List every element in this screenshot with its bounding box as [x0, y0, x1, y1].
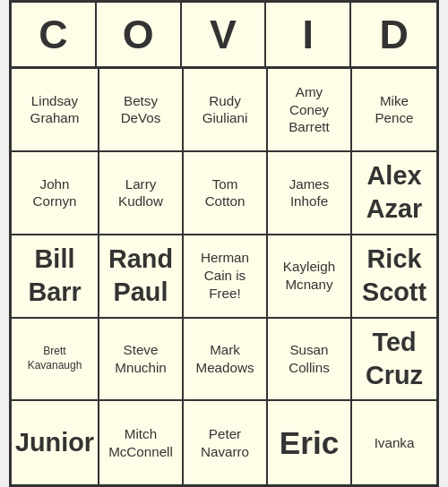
cell-text: Tom Cotton [205, 175, 246, 211]
header-letter: V [182, 3, 267, 66]
bingo-cell[interactable]: Junior [12, 401, 99, 484]
bingo-cell[interactable]: Mitch McConnell [99, 401, 184, 484]
bingo-cell[interactable]: Tom Cotton [184, 152, 268, 235]
cell-text: Mark Meadows [196, 341, 254, 377]
cell-text: Bill Barr [28, 243, 81, 310]
cell-text: Susan Collins [289, 341, 330, 377]
bingo-cell[interactable]: Peter Navarro [184, 401, 268, 484]
cell-text: Herman Cain is Free! [201, 249, 249, 302]
cell-text: Steve Mnuchin [115, 341, 166, 377]
bingo-grid: Lindsay GrahamBetsy DeVosRudy GiulianiAm… [12, 69, 436, 484]
bingo-cell[interactable]: Bill Barr [12, 235, 99, 319]
cell-text: Junior [15, 426, 94, 459]
bingo-cell[interactable]: Mike Pence [352, 69, 436, 152]
cell-text: Lindsay Graham [30, 92, 80, 128]
cell-text: Mike Pence [375, 92, 413, 128]
bingo-cell[interactable]: Herman Cain is Free! [184, 235, 268, 319]
bingo-cell[interactable]: Amy Coney Barrett [268, 69, 352, 152]
cell-text: Betsy DeVos [121, 92, 161, 128]
cell-text: Rudy Giuliani [202, 92, 248, 128]
bingo-cell[interactable]: Steve Mnuchin [99, 319, 184, 402]
header-letter: O [97, 3, 182, 66]
header-letter: I [266, 3, 351, 66]
cell-text: Amy Coney Barrett [289, 83, 330, 136]
bingo-cell[interactable]: John Cornyn [12, 152, 99, 235]
cell-text: Ivanka [375, 434, 415, 452]
bingo-cell[interactable]: Eric [268, 401, 352, 484]
bingo-cell[interactable]: Betsy DeVos [99, 69, 184, 152]
cell-text: Ted Cruz [366, 326, 423, 393]
bingo-cell[interactable]: Mark Meadows [184, 319, 268, 402]
cell-text: James Inhofe [289, 175, 330, 211]
cell-text: Rand Paul [108, 243, 173, 310]
cell-text: Brett Kavanaugh [28, 345, 82, 372]
bingo-cell[interactable]: Rudy Giuliani [184, 69, 268, 152]
bingo-cell[interactable]: Rick Scott [352, 235, 436, 319]
cell-text: Larry Kudlow [118, 175, 163, 211]
bingo-header: COVID [12, 3, 436, 69]
cell-text: Mitch McConnell [108, 425, 173, 461]
bingo-card: COVID Lindsay GrahamBetsy DeVosRudy Giul… [9, 0, 439, 487]
cell-text: Rick Scott [362, 243, 426, 310]
header-letter: C [12, 3, 97, 66]
bingo-cell[interactable]: Kayleigh Mcnany [268, 235, 352, 319]
cell-text: John Cornyn [33, 175, 77, 211]
bingo-cell[interactable]: Larry Kudlow [99, 152, 184, 235]
cell-text: Kayleigh Mcnany [283, 258, 335, 294]
bingo-cell[interactable]: Susan Collins [268, 319, 352, 402]
cell-text: Peter Navarro [201, 425, 249, 461]
bingo-cell[interactable]: Rand Paul [99, 235, 184, 319]
header-letter: D [351, 3, 436, 66]
bingo-cell[interactable]: Ted Cruz [352, 319, 436, 402]
bingo-cell[interactable]: Alex Azar [352, 152, 436, 235]
bingo-cell[interactable]: James Inhofe [268, 152, 352, 235]
bingo-cell[interactable]: Lindsay Graham [12, 69, 99, 152]
bingo-cell[interactable]: Ivanka [352, 401, 436, 484]
cell-text: Alex Azar [366, 159, 422, 226]
cell-text: Eric [280, 423, 340, 464]
bingo-cell[interactable]: Brett Kavanaugh [12, 319, 99, 402]
